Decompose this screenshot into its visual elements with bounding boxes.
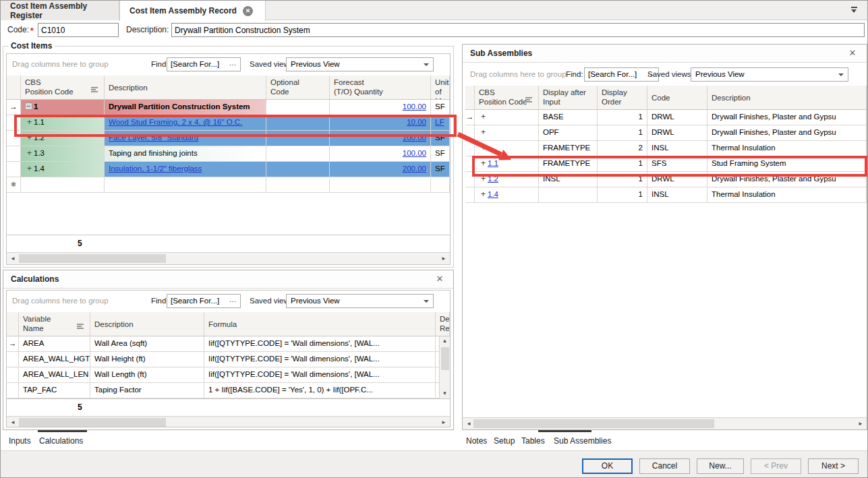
sort-ascending-icon[interactable] (91, 87, 98, 93)
scroll-left-icon[interactable]: ◄ (464, 420, 473, 428)
column-header-unit-of-measure[interactable]: Unit of Measure (431, 76, 450, 99)
cost-item-description-link[interactable]: Insulation, 1-1/2" fiberglass (109, 165, 202, 173)
column-header-forecast-quantity[interactable]: Forecast (T/O) Quantity (330, 76, 431, 99)
cost-item-description-link[interactable]: Face Layer, 5/8" Standard (109, 133, 198, 142)
prev-button[interactable]: < Prev (751, 458, 801, 474)
column-header-variable-name[interactable]: Variable Name (19, 312, 90, 336)
sub-assemblies-horizontal-scrollbar[interactable]: ◄ ► (463, 417, 867, 429)
column-header-display-order[interactable]: Display Order (598, 86, 647, 109)
expand-icon[interactable]: + (25, 162, 34, 176)
expand-icon[interactable]: + (479, 156, 488, 171)
table-row[interactable]: → + BASE 1 DRWL Drywall Finishes, Plaste… (465, 110, 867, 125)
table-row[interactable]: +1.2 Face Layer, 5/8" Standard 100.00 SF (7, 131, 450, 146)
close-tab-icon[interactable]: ✕ (243, 6, 253, 16)
close-icon[interactable]: ✕ (847, 48, 858, 59)
group-by-drop-zone[interactable]: Drag columns here to group (12, 297, 109, 305)
column-header-code[interactable]: Code (647, 86, 707, 109)
scroll-right-icon[interactable]: ► (856, 420, 865, 428)
expand-icon[interactable]: + (25, 115, 34, 129)
cbs-code-link[interactable]: 1.1 (488, 159, 498, 167)
table-row[interactable]: +1.3 Taping and finishing joints 100.00 … (7, 146, 450, 162)
tab-cost-item-assembly-register[interactable]: Cost Item Assembly Register (1, 1, 119, 20)
expand-icon[interactable]: + (479, 110, 488, 124)
tab-setup[interactable]: Setup (494, 436, 515, 446)
ok-button[interactable]: OK (582, 458, 633, 474)
cost-item-description-link[interactable]: Wood Stud Framing, 2 x 4, @ 16" O.C. (109, 118, 242, 126)
column-header-default-result[interactable]: Default Result (436, 312, 450, 336)
scrollbar-thumb[interactable] (441, 347, 449, 370)
table-row[interactable]: + FRAMETYPE 2 INSL Thermal Insulation (465, 141, 867, 156)
tab-tables[interactable]: Tables (521, 436, 545, 446)
scroll-up-icon[interactable]: ▲ (440, 337, 449, 345)
table-row[interactable]: +1.4 1 INSL Thermal Insulation (465, 187, 867, 203)
collapse-icon[interactable]: − (25, 102, 32, 110)
expand-icon[interactable]: + (479, 125, 488, 140)
table-row[interactable]: +1.2 INSL 1 DRWL Drywall Finishes, Plast… (465, 172, 867, 187)
table-row[interactable]: +1.1 FRAMETYPE 1 SFS Stud Framing System (465, 156, 867, 172)
expand-icon[interactable]: + (479, 141, 488, 155)
table-row[interactable]: +1.1 Wood Stud Framing, 2 x 4, @ 16" O.C… (7, 115, 450, 131)
search-options-icon[interactable]: … (227, 295, 238, 307)
search-input[interactable]: [Search For...] … (167, 294, 241, 308)
quantity-link[interactable]: 100.00 (403, 149, 426, 157)
scroll-right-icon[interactable]: ► (439, 419, 449, 427)
column-header-description[interactable]: Description (90, 312, 204, 336)
tab-notes[interactable]: Notes (466, 436, 487, 446)
code-field[interactable]: C1010 (38, 23, 119, 37)
table-row[interactable]: → AREA Wall Area (sqft) Iif([QTYTYPE.COD… (7, 336, 450, 352)
column-header-formula[interactable]: Formula (204, 312, 436, 336)
sort-ascending-icon[interactable] (525, 97, 533, 103)
saved-views-select[interactable]: Previous View (286, 294, 434, 308)
tab-cost-item-assembly-record[interactable]: Cost Item Assembly Record ✕ (119, 1, 266, 21)
column-header-optional-code[interactable]: Optional Code (266, 76, 330, 99)
tab-calculations[interactable]: Calculations (39, 436, 83, 446)
quantity-link[interactable]: 100.00 (403, 133, 426, 142)
calculations-horizontal-scrollbar[interactable]: ◄ ► (7, 416, 450, 427)
expand-icon[interactable]: + (479, 187, 488, 202)
quantity-link[interactable]: 200.00 (403, 165, 426, 173)
tab-inputs[interactable]: Inputs (9, 436, 31, 446)
description-field[interactable]: Drywall Partition Construction System (171, 23, 865, 37)
scrollbar-thumb[interactable] (19, 254, 166, 263)
column-header-cbs-position-code[interactable]: CBS Position Code (475, 86, 539, 109)
expand-icon[interactable]: + (25, 146, 34, 160)
column-header-description[interactable]: Description (707, 86, 867, 109)
scroll-right-icon[interactable]: ► (439, 255, 449, 263)
cbs-code-link[interactable]: 1.2 (488, 175, 498, 183)
calculations-vertical-scrollbar[interactable]: ▲ ▼ (439, 336, 450, 398)
table-row[interactable]: TAP_FAC Taping Factor 1 + Iif([BASE.CODE… (7, 383, 450, 398)
scroll-left-icon[interactable]: ◄ (8, 419, 18, 427)
next-button[interactable]: Next > (808, 458, 859, 474)
search-options-icon[interactable]: … (227, 58, 238, 71)
scroll-left-icon[interactable]: ◄ (8, 255, 18, 263)
quantity-link[interactable]: 10.00 (407, 118, 426, 126)
cancel-button[interactable]: Cancel (639, 458, 690, 474)
table-row[interactable]: → −1 Drywall Partition Construction Syst… (7, 100, 450, 115)
scroll-down-icon[interactable]: ▼ (440, 390, 449, 398)
group-by-drop-zone[interactable]: Drag columns here to group (470, 70, 567, 78)
sort-ascending-icon[interactable] (77, 324, 84, 330)
tab-list-dropdown-icon[interactable] (850, 7, 858, 13)
search-input[interactable]: [Search For...] … (167, 57, 241, 71)
scrollbar-thumb[interactable] (19, 418, 166, 427)
cbs-code-link[interactable]: 1.4 (488, 190, 498, 198)
close-icon[interactable]: ✕ (434, 274, 445, 285)
table-row[interactable]: AREA_WALL_LEN Wall Length (ft) Iif([QTYT… (7, 367, 450, 383)
quantity-link[interactable]: 100.00 (403, 102, 426, 111)
saved-views-select[interactable]: Previous View (286, 57, 434, 71)
column-header-display-after-input[interactable]: Display after Input (539, 86, 598, 109)
new-row[interactable]: ✱ (7, 177, 450, 193)
table-row[interactable]: +1.4 Insulation, 1-1/2" fiberglass 200.0… (7, 162, 450, 177)
new-button[interactable]: New... (697, 458, 744, 474)
expand-icon[interactable]: + (25, 131, 34, 145)
group-by-drop-zone[interactable]: Drag columns here to group (12, 60, 109, 68)
unit-of-measure-link[interactable]: LF (435, 118, 444, 126)
column-header-description[interactable]: Description (105, 76, 266, 99)
scrollbar-thumb[interactable] (473, 419, 714, 428)
table-row[interactable]: AREA_WALL_HGT Wall Height (ft) Iif([QTYT… (7, 352, 450, 367)
column-header-cbs-position-code[interactable]: CBS Position Code (21, 76, 105, 99)
tab-sub-assemblies[interactable]: Sub Assemblies (554, 436, 611, 446)
saved-views-select[interactable]: Previous View (691, 67, 848, 82)
cost-items-horizontal-scrollbar[interactable]: ◄ ► (7, 252, 450, 264)
expand-icon[interactable]: + (479, 172, 488, 186)
